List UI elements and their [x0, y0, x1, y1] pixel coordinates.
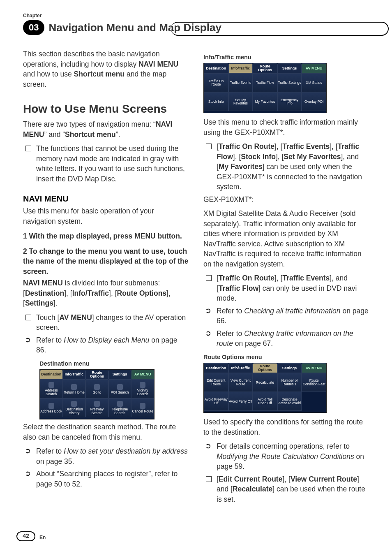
btn-freeway-search[interactable]: Freeway Search — [85, 398, 108, 417]
btn-return-home[interactable]: Return Home — [63, 380, 86, 398]
text-bold: Traffic Events — [282, 142, 330, 151]
figure-caption-route-options: Route Options menu — [203, 353, 369, 361]
label: XM Status — [306, 81, 322, 85]
step-1: 1 With the map displayed, press MENU but… — [23, 231, 189, 241]
label: Traffic Settings — [278, 81, 301, 85]
text-bold: View Current Route — [291, 475, 357, 483]
vicinity-icon — [140, 382, 145, 388]
paragraph: GEX-P10XMT*: — [203, 195, 369, 205]
paragraph: Use this menu for basic operation of you… — [23, 206, 189, 226]
btn-xm-status[interactable]: XM Status — [302, 73, 326, 92]
btn-my-favorites[interactable]: My Favorites — [253, 92, 277, 111]
text: ]. — [53, 299, 58, 307]
tab-destination[interactable]: Destination — [204, 63, 228, 73]
tab-settings[interactable]: Settings — [277, 63, 302, 73]
text: on page 35. — [36, 457, 74, 466]
text: ], [ — [330, 142, 337, 151]
tab-av-menu[interactable]: AV MENU — [302, 363, 326, 373]
btn-avoid-toll-road[interactable]: Avoid Toll Road Off — [253, 392, 277, 411]
label: Avoid Freeway Off — [204, 398, 228, 405]
btn-route-condition[interactable]: Route Condition Fast — [302, 373, 326, 392]
btn-avoid-ferry[interactable]: Avoid Ferry Off — [228, 392, 253, 411]
text: on page 67. — [233, 339, 273, 348]
bullet-item: [Traffic On Route], [Traffic Events], an… — [217, 273, 369, 303]
btn-emergency-info[interactable]: Emergency Info — [277, 92, 302, 111]
tab-settings[interactable]: Settings — [108, 370, 131, 380]
tab-route-options[interactable]: Route Options — [85, 370, 108, 380]
text: ], [ — [233, 153, 241, 161]
text: Touch [ — [36, 313, 59, 322]
label: Route Condition Fast — [302, 379, 326, 386]
label: Vicinity Search — [131, 389, 154, 396]
btn-traffic-settings[interactable]: Traffic Settings — [277, 73, 302, 92]
history-icon — [71, 401, 77, 407]
btn-telephone-search[interactable]: Telephone Search — [108, 398, 131, 417]
tab-info-traffic[interactable]: Info/Traffic — [228, 363, 253, 373]
text: ], [ — [282, 475, 290, 483]
btn-view-current-route[interactable]: View Current Route — [228, 373, 253, 392]
btn-number-of-routes[interactable]: Number of Routes 1 — [277, 373, 302, 392]
ref-item: Refer to How to set your destination by … — [36, 446, 189, 466]
tab-info-traffic[interactable]: Info/Traffic — [228, 63, 253, 73]
chapter-header: 03 Navigation Menu and Map Display — [23, 20, 369, 35]
text: ”. — [116, 130, 120, 139]
btn-traffic-on-route[interactable]: Traffic On Route — [204, 73, 228, 92]
paragraph: XM Digital Satellite Data & Audio Receiv… — [203, 208, 369, 269]
tab-av-menu[interactable]: AV MENU — [131, 370, 154, 380]
btn-poi-search[interactable]: POI Search — [108, 380, 131, 398]
text: Refer to — [36, 447, 64, 455]
book-icon — [48, 382, 54, 388]
right-column: Info/Traffic menu Destination Info/Traff… — [203, 49, 369, 507]
tab-route-options[interactable]: Route Options — [253, 63, 277, 73]
tab-av-menu[interactable]: AV MENU — [302, 63, 326, 73]
btn-destination-history[interactable]: Destination History — [63, 398, 86, 417]
btn-traffic-flow[interactable]: Traffic Flow — [253, 73, 277, 92]
btn-avoid-freeway[interactable]: Avoid Freeway Off — [204, 392, 228, 411]
text: ], [ — [64, 289, 72, 297]
btn-set-my-favorites[interactable]: Set My Favorites — [228, 92, 253, 111]
btn-stock-info[interactable]: Stock Info — [204, 92, 228, 111]
text-bold: Settings — [25, 299, 53, 307]
text-bold: Traffic Events — [282, 274, 330, 282]
btn-designate-areas-avoid[interactable]: Designate Areas to Avoid — [277, 392, 302, 411]
text: ” and “ — [44, 130, 65, 139]
btn-cancel-route[interactable]: Cancel Route — [131, 398, 154, 417]
note-item: The functions that cannot be used during… — [36, 144, 189, 184]
label: Traffic Events — [230, 81, 251, 85]
text: ], [ — [276, 153, 284, 161]
route-options-menu-screenshot: Destination Info/Traffic Route Options S… — [203, 363, 327, 413]
text-bold: Route Options — [117, 289, 167, 297]
paragraph: Select the destination search method. Th… — [23, 422, 189, 442]
paragraph: There are two types of navigation menu: … — [23, 119, 189, 139]
btn-traffic-events[interactable]: Traffic Events — [228, 73, 253, 92]
cancel-icon — [140, 403, 145, 409]
btn-recalculate[interactable]: Recalculate — [253, 373, 277, 392]
text-italic: Modifying the Route Calculation Conditio… — [217, 452, 354, 461]
btn-address-search[interactable]: Address Search — [40, 380, 63, 398]
label: Cancel Route — [132, 410, 153, 413]
btn-go-to[interactable]: Go to — [85, 380, 108, 398]
text-bold: NAVI MENU — [138, 60, 178, 68]
tab-info-traffic[interactable]: Info/Traffic — [63, 370, 86, 380]
label: Avoid Toll Road Off — [253, 398, 277, 405]
btn-address-book[interactable]: Address Book — [40, 398, 63, 417]
text-bold: Traffic On Route — [219, 274, 274, 282]
bullet-item: Touch [AV MENU] changes to the AV operat… — [36, 313, 189, 333]
btn-edit-current-route[interactable]: Edit Current Route — [204, 373, 228, 392]
text-italic: Checking all traffic information — [244, 307, 340, 315]
text: and how to use — [23, 70, 74, 78]
label: Avoid Ferry Off — [229, 400, 252, 403]
page-number-badge: 42 — [16, 531, 35, 541]
paragraph: NAVI MENU is divided into four submenus:… — [23, 278, 189, 308]
btn-overlay-poi[interactable]: Overlay POI — [302, 92, 326, 111]
btn-vicinity-search[interactable]: Vicinity Search — [131, 380, 154, 398]
label: Go to — [93, 391, 101, 394]
tab-settings[interactable]: Settings — [277, 363, 302, 373]
bullet-item: [Traffic On Route], [Traffic Events], [T… — [217, 141, 369, 192]
tab-destination[interactable]: Destination — [40, 370, 63, 380]
tab-route-options[interactable]: Route Options — [253, 363, 277, 373]
label: Destination History — [63, 408, 85, 415]
subsection-heading: NAVI MENU — [23, 193, 189, 204]
label: Stock Info — [208, 100, 224, 104]
tab-destination[interactable]: Destination — [204, 363, 228, 373]
